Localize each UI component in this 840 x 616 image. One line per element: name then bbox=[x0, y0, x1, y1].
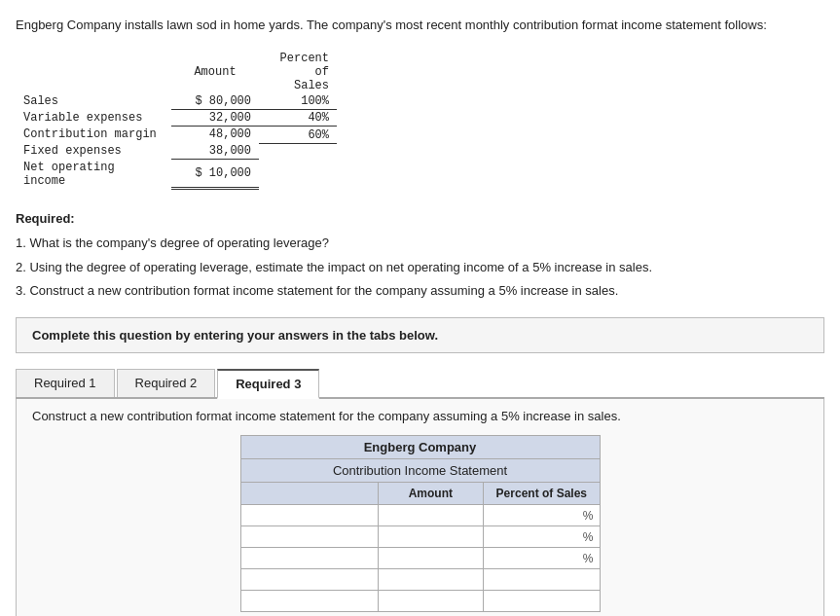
row-cm-amount: 48,000 bbox=[171, 126, 259, 143]
pct-header: Percent ofSales bbox=[259, 51, 337, 93]
row4-label-cell bbox=[240, 569, 378, 591]
instruction-box: Complete this question by entering your … bbox=[16, 317, 824, 353]
row-sales-amount: $ 80,000 bbox=[171, 93, 259, 110]
amount-header: Amount bbox=[171, 51, 259, 93]
required-item-2: 2. Using the degree of operating leverag… bbox=[16, 258, 824, 278]
row2-amount-cell bbox=[378, 526, 484, 548]
company-table-wrapper: Engberg Company Contribution Income Stat… bbox=[240, 435, 601, 612]
row5-label-input[interactable] bbox=[247, 595, 372, 608]
table-row bbox=[240, 591, 600, 612]
row5-amount-input[interactable] bbox=[384, 595, 478, 608]
row5-label-cell bbox=[240, 591, 378, 612]
table-row bbox=[240, 569, 600, 591]
tabs-row: Required 1 Required 2 Required 3 bbox=[16, 369, 824, 399]
row2-pct-cell: % bbox=[484, 526, 600, 548]
table-row: % bbox=[240, 505, 600, 526]
instruction-text: Complete this question by entering your … bbox=[32, 328, 438, 343]
row-noi-label: Net operating income bbox=[16, 160, 171, 189]
row-variable-label: Variable expenses bbox=[16, 109, 171, 126]
row-fixed-label: Fixed expenses bbox=[16, 143, 171, 160]
table-row: % bbox=[240, 548, 600, 569]
row5-pct-cell bbox=[484, 591, 600, 612]
row3-pct-input[interactable] bbox=[500, 552, 583, 565]
row1-pct-input[interactable] bbox=[500, 509, 583, 523]
row1-pct-symbol: % bbox=[583, 509, 594, 523]
tab-required-3[interactable]: Required 3 bbox=[217, 369, 319, 399]
row-fixed-amount: 38,000 bbox=[171, 143, 259, 160]
row-cm-label: Contribution margin bbox=[16, 126, 171, 143]
required-section: Required: 1. What is the company's degre… bbox=[16, 209, 824, 302]
required-item-3: 3. Construct a new contribution format i… bbox=[16, 281, 824, 302]
intro-text: Engberg Company installs lawn sod in hom… bbox=[16, 16, 824, 35]
row-variable-amount: 32,000 bbox=[171, 109, 259, 126]
row5-amount-cell bbox=[378, 591, 484, 612]
tab-description: Construct a new contribution format inco… bbox=[32, 409, 808, 423]
row-variable-pct: 40% bbox=[259, 109, 337, 126]
row3-amount-input[interactable] bbox=[384, 552, 478, 565]
row4-pct-cell bbox=[484, 569, 600, 591]
col-header-label bbox=[240, 483, 378, 505]
tab-required-2[interactable]: Required 2 bbox=[117, 369, 216, 397]
col-header-pct: Percent of Sales bbox=[484, 483, 600, 505]
data-table: Amount Percent of Sales % bbox=[240, 482, 601, 612]
row3-amount-cell bbox=[378, 548, 484, 569]
row-sales-label: Sales bbox=[16, 93, 171, 110]
row1-pct-cell: % bbox=[484, 505, 600, 526]
row3-label-input[interactable] bbox=[247, 552, 372, 565]
row2-amount-input[interactable] bbox=[384, 530, 478, 544]
row3-pct-cell: % bbox=[484, 548, 600, 569]
row4-amount-input[interactable] bbox=[384, 573, 478, 587]
row2-label-cell bbox=[240, 526, 378, 548]
tab-content: Construct a new contribution format inco… bbox=[16, 399, 824, 616]
table-row: % bbox=[240, 526, 600, 548]
row2-pct-symbol: % bbox=[583, 530, 594, 544]
row1-label-input[interactable] bbox=[247, 509, 372, 523]
row1-label-cell bbox=[240, 505, 378, 526]
row1-amount-cell bbox=[378, 505, 484, 526]
row-cm-pct: 60% bbox=[259, 126, 337, 143]
statement-title: Contribution Income Statement bbox=[240, 458, 601, 482]
row2-label-input[interactable] bbox=[247, 530, 372, 544]
company-name: Engberg Company bbox=[240, 435, 601, 458]
row-noi-amount: $ 10,000 bbox=[171, 160, 259, 189]
row4-amount-cell bbox=[378, 569, 484, 591]
income-statement-table: Amount Percent ofSales Sales $ 80,000 10… bbox=[16, 51, 337, 191]
row4-label-input[interactable] bbox=[247, 573, 372, 587]
row2-pct-input[interactable] bbox=[500, 530, 583, 544]
required-title: Required: bbox=[16, 211, 75, 226]
row-sales-pct: 100% bbox=[259, 93, 337, 110]
row1-amount-input[interactable] bbox=[384, 509, 478, 523]
row3-pct-symbol: % bbox=[583, 552, 594, 565]
col-header-amount: Amount bbox=[378, 483, 484, 505]
tab-required-1[interactable]: Required 1 bbox=[16, 369, 115, 397]
row3-label-cell bbox=[240, 548, 378, 569]
required-item-1: 1. What is the company's degree of opera… bbox=[16, 234, 824, 254]
